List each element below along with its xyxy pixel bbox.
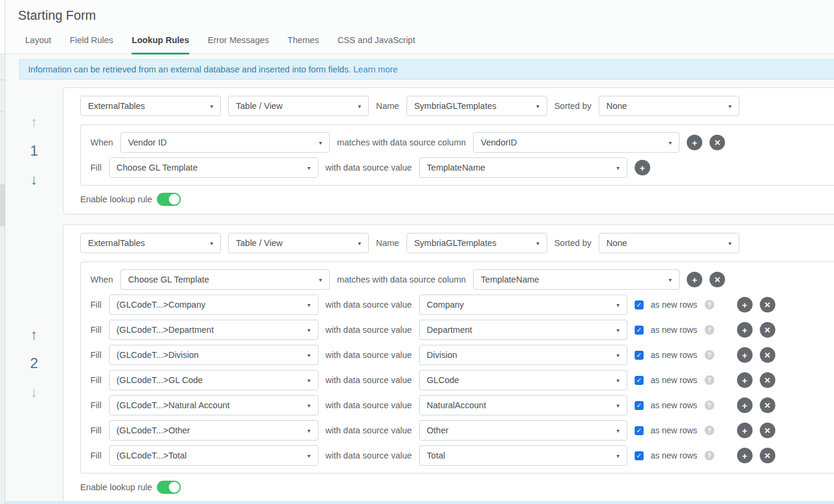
- add-fill-row-button[interactable]: +: [737, 322, 753, 338]
- add-fill-row-button[interactable]: +: [737, 297, 753, 312]
- fill-value-select[interactable]: Company ▾: [419, 294, 627, 315]
- help-icon[interactable]: ?: [705, 426, 714, 435]
- connection-select[interactable]: ExternalTables ▾: [80, 233, 221, 253]
- remove-fill-row-button[interactable]: ✕: [760, 423, 775, 438]
- when-column-select[interactable]: TemplateName ▾: [473, 269, 680, 290]
- help-icon[interactable]: ?: [705, 375, 714, 385]
- collapsed-side-strip: [0, 0, 5, 504]
- fill-value-select[interactable]: TemplateName ▾: [419, 157, 627, 178]
- tab-css-javascript[interactable]: CSS and JavaScript: [338, 35, 416, 54]
- fill-value-select[interactable]: Other ▾: [419, 420, 627, 441]
- as-new-rows-label: as new rows: [651, 451, 697, 460]
- tab-themes[interactable]: Themes: [287, 35, 319, 54]
- side-strip-scroll-thumb[interactable]: [0, 184, 5, 226]
- connection-select[interactable]: ExternalTables ▾: [80, 96, 221, 116]
- tab-error-messages[interactable]: Error Messages: [208, 35, 269, 54]
- when-field-select[interactable]: Choose GL Template ▾: [120, 269, 330, 290]
- move-rule-down-icon[interactable]: ↓: [31, 385, 38, 399]
- when-row: When Choose GL Template ▾ matches with d…: [90, 269, 834, 290]
- fill-row: Fill (GLCodeT...>Department ▾ with data …: [90, 320, 834, 340]
- rule-1-conditions: When Vendor ID ▾ matches with data sourc…: [80, 125, 834, 186]
- add-when-condition-button[interactable]: +: [687, 135, 702, 150]
- tab-lookup-rules[interactable]: Lookup Rules: [132, 35, 189, 54]
- fill-field-select[interactable]: (GLCodeT...>Total ▾: [109, 445, 319, 466]
- add-fill-row-button[interactable]: +: [737, 448, 753, 463]
- help-icon[interactable]: ?: [705, 325, 714, 335]
- fill-value-select[interactable]: Department ▾: [419, 320, 627, 340]
- fill-value-select[interactable]: GLCode ▾: [419, 370, 627, 390]
- fill-field-select[interactable]: (GLCodeT...>Department ▾: [109, 320, 319, 340]
- when-field-select[interactable]: Vendor ID ▾: [120, 132, 330, 153]
- help-icon[interactable]: ?: [705, 451, 714, 460]
- fill-field-select[interactable]: (GLCodeT...>Other ▾: [109, 420, 319, 441]
- move-rule-down-icon[interactable]: ↓: [31, 172, 38, 187]
- as-new-rows-checkbox[interactable]: ✓: [635, 326, 644, 335]
- fill-label: Fill: [90, 375, 102, 385]
- as-new-rows-checkbox[interactable]: ✓: [635, 300, 644, 309]
- enable-rule-label: Enable lookup rule: [80, 482, 152, 492]
- help-icon[interactable]: ?: [705, 400, 714, 410]
- learn-more-link[interactable]: Learn more: [353, 65, 398, 74]
- fill-label: Fill: [90, 350, 102, 360]
- info-banner-text: Information can be retrieved from an ext…: [28, 65, 351, 74]
- chevron-down-icon: ▾: [729, 240, 732, 247]
- fill-field-select[interactable]: (GLCodeT...>GL Code ▾: [109, 370, 319, 390]
- as-new-rows-checkbox[interactable]: ✓: [635, 401, 644, 410]
- object-type-select[interactable]: Table / View ▾: [228, 233, 369, 253]
- with-value-label: with data source value: [326, 350, 412, 360]
- add-fill-row-button[interactable]: +: [635, 160, 650, 175]
- side-strip-top: [0, 0, 5, 54]
- chevron-down-icon: ▾: [669, 277, 672, 283]
- tab-field-rules[interactable]: Field Rules: [70, 35, 114, 54]
- as-new-rows-checkbox[interactable]: ✓: [635, 451, 644, 460]
- move-rule-up-icon[interactable]: ↑: [31, 327, 38, 342]
- add-fill-row-button[interactable]: +: [737, 347, 753, 363]
- when-column-select[interactable]: VendorID ▾: [473, 132, 680, 153]
- as-new-rows-checkbox[interactable]: ✓: [635, 376, 644, 385]
- remove-fill-row-button[interactable]: ✕: [760, 448, 775, 463]
- help-icon[interactable]: ?: [705, 350, 714, 360]
- fill-field-select[interactable]: (GLCodeT...>Natural Account ▾: [109, 395, 319, 415]
- fill-field-select[interactable]: Choose GL Template ▾: [109, 157, 319, 178]
- rule-number: 1: [30, 144, 38, 158]
- remove-fill-row-button[interactable]: ✕: [760, 297, 775, 312]
- fill-row: Fill (GLCodeT...>Total ▾ with data sourc…: [90, 445, 834, 466]
- remove-fill-row-button[interactable]: ✕: [760, 372, 775, 388]
- sorted-by-select[interactable]: None ▾: [599, 96, 739, 116]
- remove-fill-row-button[interactable]: ✕: [760, 397, 775, 413]
- fill-field-select[interactable]: (GLCodeT...>Division ▾: [109, 345, 319, 365]
- object-type-select[interactable]: Table / View ▾: [228, 96, 369, 116]
- chevron-down-icon: ▾: [617, 302, 620, 308]
- fill-value-select[interactable]: NaturalAccount ▾: [419, 395, 627, 415]
- as-new-rows-checkbox[interactable]: ✓: [635, 426, 644, 435]
- add-fill-row-button[interactable]: +: [737, 397, 753, 413]
- fill-label: Fill: [90, 426, 102, 435]
- sorted-by-select[interactable]: None ▾: [599, 233, 739, 253]
- enable-rule-toggle[interactable]: [157, 481, 181, 494]
- tab-layout[interactable]: Layout: [25, 35, 51, 54]
- data-source-row: ExternalTables ▾ Table / View ▾ Name Sym…: [80, 233, 834, 253]
- add-when-condition-button[interactable]: +: [687, 272, 702, 287]
- as-new-rows-checkbox[interactable]: ✓: [635, 351, 644, 360]
- fill-value-select[interactable]: Division ▾: [419, 345, 627, 365]
- chevron-down-icon: ▾: [308, 377, 311, 384]
- remove-when-condition-button[interactable]: ✕: [709, 272, 725, 287]
- remove-fill-row-button[interactable]: ✕: [760, 347, 775, 363]
- fill-value-select[interactable]: Total ▾: [419, 445, 627, 466]
- enable-rule-toggle[interactable]: [157, 193, 181, 206]
- remove-when-condition-button[interactable]: ✕: [709, 135, 725, 150]
- source-name-select[interactable]: SymbriaGLTemplates ▾: [407, 233, 547, 253]
- chevron-down-icon: ▾: [536, 240, 539, 247]
- fill-field-select[interactable]: (GLCodeT...>Company ▾: [109, 294, 319, 315]
- chevron-down-icon: ▾: [358, 240, 361, 247]
- remove-fill-row-button[interactable]: ✕: [760, 322, 775, 338]
- add-fill-row-button[interactable]: +: [737, 423, 753, 438]
- page-header: Starting Form Layout Field Rules Lookup …: [5, 0, 834, 54]
- source-name-select[interactable]: SymbriaGLTemplates ▾: [407, 96, 547, 116]
- add-fill-row-button[interactable]: +: [737, 372, 753, 388]
- toggle-knob: [169, 194, 180, 205]
- chevron-down-icon: ▾: [617, 352, 620, 359]
- move-rule-up-icon[interactable]: ↑: [31, 115, 38, 129]
- as-new-rows-label: as new rows: [651, 325, 697, 335]
- help-icon[interactable]: ?: [705, 300, 714, 309]
